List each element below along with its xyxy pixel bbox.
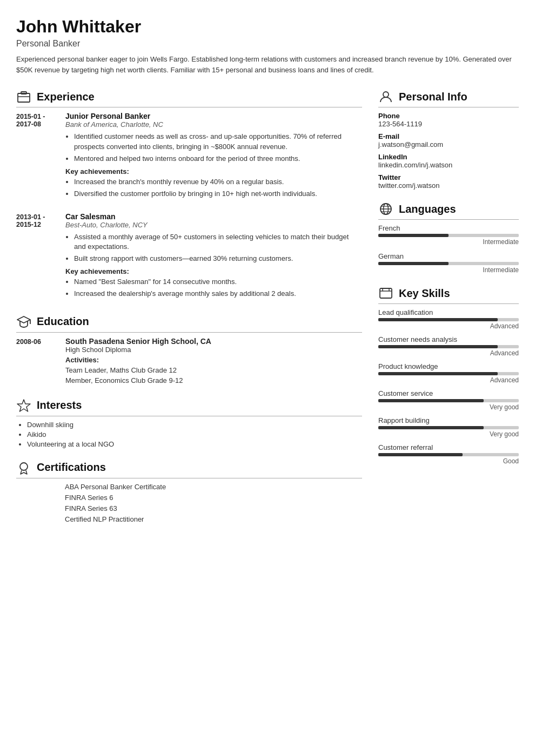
list-item: Volunteering at a local NGO (27, 440, 362, 448)
skills-list: Lead qualificationAdvancedCustomer needs… (378, 308, 519, 465)
list-item: Increased the branch's monthly revenue b… (74, 177, 362, 187)
phone-label: Phone (378, 112, 519, 120)
skill-bar-fill (378, 453, 463, 456)
edu-dates: 2008-06 (16, 337, 57, 386)
phone-item: Phone 123-564-1119 (378, 112, 519, 128)
list-item: Team Leader, Maths Club Grade 12 (65, 365, 211, 376)
interests-header: Interests (16, 398, 362, 416)
certifications-icon (16, 460, 31, 475)
interests-list: Downhill skiingAikidoVolunteering at a l… (16, 421, 362, 448)
personal-info-title: Personal Info (399, 91, 467, 103)
language-level-label: Intermediate (378, 266, 519, 274)
skill-bar-bg (378, 426, 519, 429)
email-label: E-mail (378, 132, 519, 140)
interests-section: Interests Downhill skiingAikidoVolunteer… (16, 398, 362, 448)
entry-bullets: Identified customer needs as well as cro… (65, 132, 362, 164)
skill-item: Customer needs analysisAdvanced (378, 335, 519, 357)
activities-list: Team Leader, Maths Club Grade 12Member, … (65, 365, 211, 386)
skill-bar-fill (378, 345, 498, 348)
svg-point-7 (383, 92, 389, 97)
list-item: Downhill skiing (27, 421, 362, 429)
list-item: Aikido (27, 430, 362, 438)
list-item: Member, Economics Club Grade 9-12 (65, 375, 211, 386)
skill-level-label: Advanced (378, 322, 519, 330)
skill-bar-fill (378, 426, 484, 429)
svg-rect-0 (18, 93, 30, 102)
language-bar-bg (378, 262, 519, 265)
key-skills-section: Key Skills Lead qualificationAdvancedCus… (378, 286, 519, 465)
linkedin-value: linkedin.com/in/j.watson (378, 161, 519, 169)
language-item: GermanIntermediate (378, 252, 519, 274)
skill-bar-fill (378, 399, 484, 402)
personal-info-header: Personal Info (378, 89, 519, 107)
skill-name: Customer referral (378, 443, 519, 451)
cert-item: Certified NLP Practitioner (16, 515, 362, 523)
certifications-header: Certifications (16, 460, 362, 478)
experience-section: Experience 2015-01 - 2017-08Junior Perso… (16, 89, 362, 302)
svg-rect-1 (21, 92, 26, 94)
skill-bar-bg (378, 399, 519, 402)
skill-bar-bg (378, 345, 519, 348)
languages-list: FrenchIntermediateGermanIntermediate (378, 224, 519, 274)
edu-degree: High School Diploma (65, 346, 211, 354)
right-column: Personal Info Phone 123-564-1119 E-mail … (378, 89, 519, 535)
interests-title: Interests (37, 399, 82, 411)
language-bar-bg (378, 234, 519, 237)
list-item: Built strong rapport with customers—earn… (74, 254, 362, 264)
skill-bar-fill (378, 318, 498, 321)
language-level-label: Intermediate (378, 238, 519, 246)
certifications-section: Certifications ABA Personal Banker Certi… (16, 460, 362, 523)
cert-item: FINRA Series 63 (16, 504, 362, 512)
entry-job-title: Junior Personal Banker (65, 112, 362, 120)
list-item: Mentored and helped two interns onboard … (74, 154, 362, 164)
linkedin-item: LinkedIn linkedin.com/in/j.watson (378, 153, 519, 169)
education-section: Education 2008-06South Pasadena Senior H… (16, 314, 362, 386)
svg-marker-3 (17, 316, 30, 323)
skill-item: Customer referralGood (378, 443, 519, 465)
svg-point-6 (20, 463, 28, 470)
svg-rect-13 (380, 288, 392, 298)
twitter-value: twitter.com/j.watson (378, 181, 519, 190)
skill-name: Lead qualification (378, 308, 519, 316)
svg-marker-5 (17, 400, 30, 411)
skill-bar-fill (378, 372, 498, 375)
skill-name: Customer needs analysis (378, 335, 519, 343)
achievements-bullets: Named "Best Salesman" for 14 consecutive… (65, 277, 362, 299)
education-icon (16, 314, 31, 329)
language-name: German (378, 252, 519, 260)
personal-info-section: Personal Info Phone 123-564-1119 E-mail … (378, 89, 519, 190)
achievements-label: Key achievements: (65, 267, 362, 275)
languages-header: Languages (378, 201, 519, 220)
entry-job-title: Car Salesman (65, 212, 362, 221)
entry-body: Car SalesmanBest-Auto, Charlotte, NCYAss… (65, 212, 362, 302)
main-content: Experience 2015-01 - 2017-08Junior Perso… (16, 89, 519, 535)
experience-header: Experience (16, 89, 362, 107)
language-name: French (378, 224, 519, 232)
experience-title: Experience (37, 91, 95, 103)
languages-icon (378, 201, 393, 217)
candidate-name: John Whittaker (16, 16, 519, 37)
header-section: John Whittaker Personal Banker Experienc… (16, 16, 519, 75)
experience-icon (16, 89, 31, 104)
edu-body: South Pasadena Senior High School, CAHig… (65, 337, 211, 386)
personal-info-icon (378, 89, 393, 104)
skill-level-label: Very good (378, 403, 519, 411)
education-entries: 2008-06South Pasadena Senior High School… (16, 337, 362, 386)
entry-dates: 2013-01 - 2015-12 (16, 212, 57, 302)
achievements-bullets: Increased the branch's monthly revenue b… (65, 177, 362, 199)
interests-icon (16, 398, 31, 413)
education-title: Education (37, 315, 89, 328)
email-value: j.watson@gmail.com (378, 140, 519, 148)
language-bar-fill (378, 262, 449, 265)
list-item: Named "Best Salesman" for 14 consecutive… (74, 277, 362, 287)
resume-wrapper: John Whittaker Personal Banker Experienc… (0, 0, 535, 551)
skill-name: Product knowledge (378, 362, 519, 370)
key-skills-title: Key Skills (399, 287, 450, 300)
skill-level-label: Advanced (378, 376, 519, 384)
entry-body: Junior Personal BankerBank of America, C… (65, 112, 362, 202)
cert-item: ABA Personal Banker Certificate (16, 483, 362, 491)
skill-level-label: Advanced (378, 349, 519, 357)
skill-name: Rapport building (378, 416, 519, 424)
languages-title: Languages (399, 203, 456, 215)
key-skills-header: Key Skills (378, 286, 519, 304)
